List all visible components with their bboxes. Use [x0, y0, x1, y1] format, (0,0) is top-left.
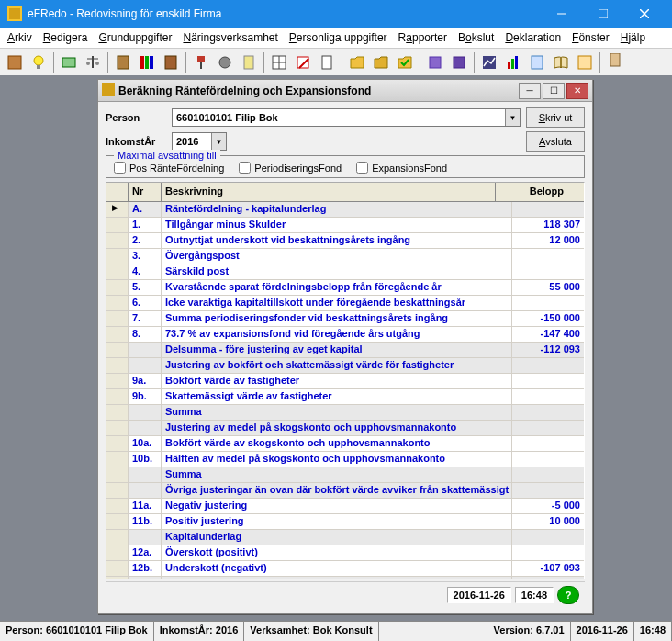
row-selector[interactable] — [106, 561, 129, 576]
dialog-minimize-button[interactable]: ─ — [519, 83, 541, 99]
tb-grid2-icon[interactable] — [574, 51, 596, 73]
col-description[interactable]: Beskrivning — [162, 183, 496, 201]
chevron-down-icon[interactable]: ▼ — [211, 133, 226, 150]
chevron-down-icon[interactable]: ▼ — [505, 109, 520, 126]
table-row[interactable]: 7.Summa periodiseringsfonder vid beskatt… — [106, 311, 584, 327]
table-row[interactable]: 5.Kvarstående sparat fördelningsbelopp f… — [106, 280, 584, 296]
dialog-maximize-button[interactable]: ☐ — [543, 83, 565, 99]
row-selector[interactable] — [106, 483, 129, 498]
row-selector[interactable] — [106, 499, 129, 513]
table-row[interactable]: Beräkning av fördelningsbelopp — [106, 577, 584, 579]
cb-periodiseringsfond[interactable]: PeriodiseringsFond — [239, 162, 342, 174]
table-row[interactable]: 10b.Hälften av medel på skogskonto och u… — [106, 452, 584, 467]
table-row[interactable]: Summa — [106, 405, 584, 421]
cb-expansionsfond[interactable]: ExpansionsFond — [356, 162, 447, 174]
tb-book-icon-1[interactable] — [112, 51, 134, 73]
tb-folder-check-icon[interactable] — [394, 51, 416, 73]
year-combo[interactable]: 2016 ▼ — [172, 132, 227, 151]
row-selector[interactable] — [106, 264, 129, 279]
table-row[interactable]: 2.Outnyttjat underskott vid beskattnings… — [106, 233, 584, 249]
tb-cube-icon-2[interactable] — [448, 51, 470, 73]
row-selector[interactable] — [106, 436, 129, 451]
row-selector[interactable] — [106, 280, 129, 295]
table-row[interactable]: Justering av medel på skogskonto och upp… — [106, 421, 584, 436]
table-row[interactable]: 9b.Skattemässigt värde av fastigheter — [106, 389, 584, 405]
tb-chart-line-icon[interactable] — [478, 51, 500, 73]
row-selector[interactable] — [106, 545, 129, 560]
tb-cube-icon-1[interactable] — [424, 51, 446, 73]
row-selector[interactable] — [106, 405, 129, 420]
tb-doc-icon[interactable] — [316, 51, 338, 73]
table-row[interactable]: Övriga justeringar än ovan där bokfört v… — [106, 483, 584, 499]
close-dialog-button[interactable]: Avsluta — [526, 131, 585, 152]
tb-edit-icon[interactable] — [292, 51, 314, 73]
cb-pos-rantefordelning[interactable]: Pos RänteFördelning — [114, 162, 224, 174]
table-row[interactable]: Justering av bokfört och skattemässigt v… — [106, 358, 584, 374]
table-row[interactable]: 10a.Bokfört värde av skogskonto och upph… — [106, 436, 584, 452]
table-row[interactable]: 12b.Underskott (negativt)-107 093 — [106, 561, 584, 577]
tb-scale-icon[interactable] — [82, 51, 104, 73]
col-amount[interactable]: Belopp — [496, 183, 567, 201]
row-selector[interactable] — [106, 514, 129, 529]
row-selector[interactable] — [106, 577, 129, 579]
row-selector[interactable] — [106, 327, 129, 342]
tb-paper-icon[interactable] — [604, 51, 626, 73]
help-icon[interactable]: ? — [557, 586, 579, 604]
row-selector[interactable] — [106, 452, 129, 467]
maximize-button[interactable] — [582, 0, 623, 28]
row-selector[interactable] — [106, 530, 129, 545]
dialog-close-button[interactable]: ✕ — [566, 83, 588, 99]
table-row[interactable]: Kapitalunderlag — [106, 530, 584, 545]
close-button[interactable] — [623, 0, 665, 28]
row-selector[interactable] — [106, 233, 129, 248]
table-row[interactable]: Delsumma - före justering av eget kapita… — [106, 343, 584, 358]
col-selector[interactable] — [106, 183, 129, 201]
tb-icon-2[interactable] — [58, 51, 80, 73]
menu-redigera[interactable]: Redigera — [43, 31, 88, 44]
tb-clipboard-icon[interactable] — [238, 51, 260, 73]
tb-folder-icon-2[interactable] — [370, 51, 392, 73]
menu-fonster[interactable]: Fönster — [572, 31, 610, 44]
menu-hjalp[interactable]: Hjälp — [621, 31, 645, 44]
menu-personliga[interactable]: Personliga uppgifter — [289, 31, 387, 44]
row-selector[interactable] — [106, 249, 129, 264]
tb-chart-bar-icon[interactable] — [502, 51, 524, 73]
menu-grunduppgifter[interactable]: Grunduppgifter — [98, 31, 172, 44]
row-selector[interactable] — [106, 467, 129, 482]
table-row[interactable]: 1.Tillgångar minus Skulder118 307 — [106, 218, 584, 233]
menu-rapporter[interactable]: Rapporter — [398, 31, 447, 44]
tb-paint-icon[interactable] — [190, 51, 212, 73]
table-row[interactable]: A.Räntefördelning - kapitalunderlag — [106, 202, 584, 218]
table-row[interactable]: 11b.Positiv justering10 000 — [106, 514, 584, 530]
row-selector[interactable] — [106, 389, 129, 404]
grid-body[interactable]: A.Räntefördelning - kapitalunderlag1.Til… — [106, 202, 584, 579]
table-row[interactable]: 3.Övergångspost — [106, 249, 584, 264]
table-row[interactable]: 6.Icke varaktiga kapitaltillskott under … — [106, 296, 584, 311]
table-row[interactable]: 12a.Överskott (positivt) — [106, 545, 584, 561]
minimize-button[interactable] — [541, 0, 582, 28]
row-selector[interactable] — [106, 218, 129, 232]
row-selector[interactable] — [106, 311, 129, 326]
row-selector[interactable] — [106, 296, 129, 310]
tb-folder-icon-1[interactable] — [346, 51, 368, 73]
col-nr[interactable]: Nr — [129, 183, 162, 201]
tb-grid-icon[interactable] — [268, 51, 290, 73]
table-row[interactable]: 9a.Bokfört värde av fastigheter — [106, 374, 584, 389]
person-combo[interactable]: 6601010101 Filip Bok ▼ — [172, 108, 521, 127]
menu-naringsverksamhet[interactable]: Näringsverksamhet — [183, 31, 277, 44]
tb-form-icon[interactable] — [526, 51, 548, 73]
row-selector[interactable] — [106, 421, 129, 435]
tb-book-icon-2[interactable] — [160, 51, 182, 73]
table-row[interactable]: 11a.Negativ justering-5 000 — [106, 499, 584, 514]
tb-book-open-icon[interactable] — [550, 51, 572, 73]
row-selector[interactable] — [106, 202, 129, 217]
table-row[interactable]: 8.73.7 % av expansionsfond vid föregåend… — [106, 327, 584, 343]
tb-tools-icon[interactable] — [214, 51, 236, 73]
table-row[interactable]: 4.Särskild post — [106, 264, 584, 280]
print-button[interactable]: Skriv ut — [526, 107, 585, 128]
tb-books-icon[interactable] — [136, 51, 158, 73]
menu-deklaration[interactable]: Deklaration — [505, 31, 561, 44]
row-selector[interactable] — [106, 374, 129, 388]
menu-bokslut[interactable]: Bokslut — [458, 31, 494, 44]
tb-icon-1[interactable] — [4, 51, 26, 73]
